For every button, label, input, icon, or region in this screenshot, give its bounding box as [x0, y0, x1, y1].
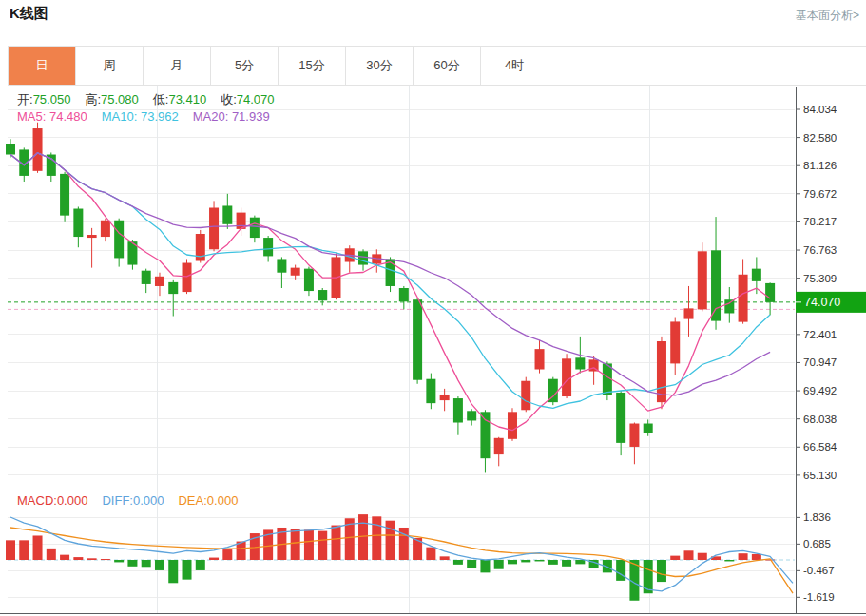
svg-text:68.038: 68.038	[803, 414, 837, 425]
tab-bar-filler	[548, 47, 866, 85]
tab-5min[interactable]: 5分	[211, 47, 279, 85]
svg-text:78.217: 78.217	[803, 216, 837, 227]
svg-text:70.947: 70.947	[803, 356, 837, 368]
tab-15min[interactable]: 15分	[279, 47, 346, 85]
svg-text:84.034: 84.034	[803, 104, 837, 115]
ma5-value: MA5: 74.480	[17, 109, 87, 124]
tab-4hour[interactable]: 4时	[481, 47, 548, 85]
macd-axis-labels: 1.8360.685-0.467-1.619	[796, 511, 835, 603]
candles-layer	[6, 123, 775, 473]
svg-text:1.836: 1.836	[803, 511, 831, 523]
ohlc-low: 低:73.410	[153, 92, 206, 106]
macd-value: MACD:0.000	[17, 493, 87, 508]
svg-text:72.401: 72.401	[803, 329, 837, 340]
tab-day[interactable]: 日	[9, 47, 76, 85]
ma20-value: MA20: 71.939	[193, 109, 270, 124]
svg-text:76.763: 76.763	[803, 244, 837, 256]
dea-value: DEA:0.000	[178, 493, 238, 508]
svg-text:0.685: 0.685	[803, 538, 831, 549]
svg-text:75.309: 75.309	[803, 273, 837, 284]
svg-text:82.580: 82.580	[803, 132, 837, 144]
svg-text:-1.619: -1.619	[803, 591, 835, 603]
current-price-tag: 74.070	[796, 292, 866, 313]
ma10-value: MA10: 73.962	[102, 109, 179, 124]
svg-text:66.584: 66.584	[803, 441, 837, 452]
ohlc-high: 高:75.080	[85, 92, 138, 106]
diff-value: DIFF:0.000	[102, 493, 164, 508]
ma-legend-row: MA5: 74.480MA10: 73.962MA20: 71.939	[17, 109, 284, 124]
svg-text:79.672: 79.672	[803, 188, 837, 200]
svg-text:69.492: 69.492	[803, 385, 837, 396]
svg-text:-0.467: -0.467	[803, 565, 835, 576]
ohlc-close: 收:74.070	[221, 92, 274, 106]
macd-histogram	[6, 514, 775, 601]
svg-text:74.070: 74.070	[804, 296, 840, 309]
macd-legend-row: MACD:0.000DIFF:0.000DEA:0.000	[17, 493, 252, 508]
axis	[0, 87, 866, 613]
tab-60min[interactable]: 60分	[414, 47, 481, 85]
title-divider	[0, 29, 866, 29]
tab-week[interactable]: 周	[76, 47, 144, 85]
svg-text:81.126: 81.126	[803, 160, 837, 171]
tab-30min[interactable]: 30分	[346, 47, 414, 85]
svg-text:65.130: 65.130	[803, 470, 837, 481]
tab-month[interactable]: 月	[144, 47, 211, 85]
page-title: K线图	[10, 5, 48, 23]
ohlc-row: 开:75.050高:75.080低:73.410收:74.070	[17, 91, 289, 108]
ohlc-open: 开:75.050	[17, 92, 70, 106]
fundamental-analysis-link[interactable]: 基本面分析>	[796, 8, 859, 24]
kline-chart[interactable]: 84.03482.58081.12679.67278.21776.76375.3…	[0, 86, 866, 616]
interval-tabs: 日周月5分15分30分60分4时	[8, 46, 866, 86]
